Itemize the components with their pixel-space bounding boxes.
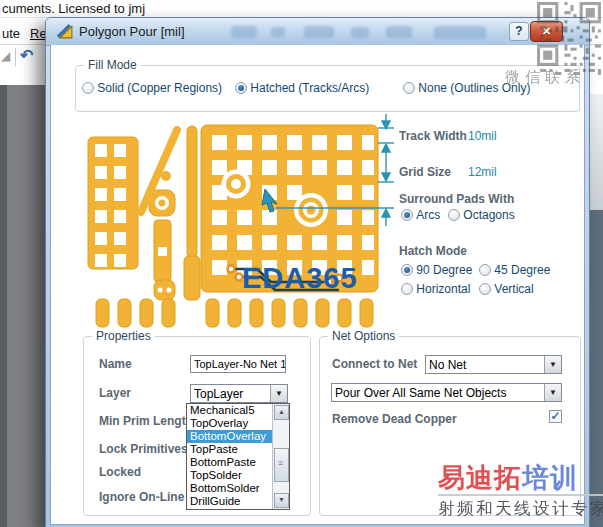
fill-mode-radio-solid[interactable]: Solid (Copper Regions)	[82, 80, 222, 95]
titlebar-ghost	[351, 27, 369, 38]
dialog-title: Polygon Pour [mil]	[79, 24, 185, 39]
connect-to-net-combobox[interactable]: No Net ▼	[425, 355, 562, 374]
radio-label: 45 Degree	[494, 263, 550, 277]
hatch-radio-45[interactable]: 45 Degree	[479, 262, 550, 277]
layer-combobox[interactable]: TopLayer ▼	[190, 384, 288, 403]
radio-icon[interactable]	[401, 264, 413, 276]
fill-mode-radio-none[interactable]: None (Outlines Only)	[403, 80, 530, 95]
properties-legend: Properties	[92, 329, 155, 343]
ignore-online-violations-label: Ignore On-Line V	[99, 490, 196, 504]
hatch-radio-vertical[interactable]: Vertical	[479, 281, 534, 296]
radio-label: Vertical	[494, 282, 533, 296]
fill-mode-legend: Fill Mode	[84, 58, 141, 72]
radio-label: Horizontal	[416, 282, 470, 296]
close-button[interactable]: ✕	[530, 21, 563, 42]
chevron-down-icon[interactable]: ▼	[270, 385, 287, 402]
hatch-radio-horizontal[interactable]: Horizontal	[401, 281, 470, 296]
pour-over-combobox[interactable]: Pour Over All Same Net Objects ▼	[331, 383, 562, 402]
locked-label: Locked	[99, 465, 141, 479]
undo-icon[interactable]: ↶	[20, 46, 33, 65]
fill-mode-group: Fill Mode Solid (Copper Regions) Hatched…	[75, 65, 580, 112]
titlebar-ghost	[434, 26, 486, 39]
surround-radio-arcs[interactable]: Arcs	[401, 207, 440, 222]
surround-radio-octagons[interactable]: Octagons	[448, 207, 515, 222]
hatch-mode-legend: Hatch Mode	[399, 244, 467, 258]
radio-icon[interactable]	[479, 283, 491, 295]
dialog-client-area: Fill Mode Solid (Copper Regions) Hatched…	[50, 45, 585, 525]
lock-primitives-label: Lock Primitives	[99, 442, 188, 456]
radio-icon[interactable]	[448, 209, 460, 221]
menu-item-route[interactable]: ute	[2, 26, 20, 41]
layer-label: Layer	[99, 386, 131, 400]
track-width-value: 10mil	[468, 129, 497, 143]
radio-label: Hatched (Tracks/Arcs)	[250, 81, 369, 95]
min-prim-length-label: Min Prim Length	[99, 414, 193, 428]
titlebar-ghost	[304, 26, 334, 38]
grid-size-value: 12mil	[468, 165, 497, 179]
name-label: Name	[99, 357, 132, 371]
chevron-down-icon[interactable]: ▼	[544, 356, 561, 373]
connect-to-net-value: No Net	[429, 358, 466, 372]
pcb-editor-edge	[0, 85, 7, 527]
fill-mode-radio-hatched[interactable]: Hatched (Tracks/Arcs)	[235, 80, 369, 95]
radio-label: Solid (Copper Regions)	[97, 81, 222, 95]
help-button[interactable]: ?	[509, 22, 529, 41]
polygon-pour-icon	[57, 23, 74, 40]
radio-label: None (Outlines Only)	[418, 81, 530, 95]
net-options-legend: Net Options	[328, 329, 399, 343]
radio-icon[interactable]	[235, 82, 247, 94]
dialog-titlebar[interactable]: Polygon Pour [mil] ? ✕	[46, 18, 589, 46]
titlebar-ghost	[386, 26, 412, 38]
radio-icon[interactable]	[479, 264, 491, 276]
radio-label: Octagons	[463, 208, 514, 222]
radio-icon[interactable]	[401, 209, 413, 221]
radio-label: Arcs	[416, 208, 440, 222]
polygon-pour-dialog: Polygon Pour [mil] ? ✕ Fill Mode Solid (…	[45, 17, 590, 527]
hatch-preview-image: EDA365	[81, 112, 396, 329]
net-options-group: Net Options Connect to Net No Net ▼ Pour…	[319, 336, 581, 516]
remove-dead-copper-checkbox[interactable]	[549, 410, 562, 423]
scroll-up-icon[interactable]: ▲	[274, 405, 289, 420]
screen: cuments. Licensed to jmj ute Re ◢ ↶ Poly…	[0, 0, 603, 527]
name-input[interactable]: TopLayer-No Net 1	[190, 355, 286, 373]
layer-dropdown-list: Mechanical5 TopOverlay BottomOverlay Top…	[186, 403, 290, 510]
toolbar-divider	[15, 48, 16, 66]
hatch-radio-90[interactable]: 90 Degree	[401, 262, 472, 277]
track-width-label: Track Width	[399, 129, 467, 143]
scrollbar-thumb[interactable]	[274, 448, 289, 482]
grid-size-label: Grid Size	[399, 165, 451, 179]
remove-dead-copper-label: Remove Dead Copper	[332, 412, 457, 426]
radio-icon[interactable]	[82, 82, 94, 94]
background-panel-strip	[589, 94, 603, 210]
dropdown-scrollbar[interactable]: ▲ ▼	[272, 404, 289, 509]
toolbar-partial-icon[interactable]: ◢	[1, 49, 10, 63]
titlebar-ghost	[231, 26, 257, 38]
radio-icon[interactable]	[401, 283, 413, 295]
license-status-text: cuments. Licensed to jmj	[2, 1, 145, 16]
background-panel-strip-dark	[589, 210, 603, 527]
chevron-down-icon[interactable]: ▼	[544, 384, 561, 401]
layer-combobox-value: TopLayer	[194, 387, 243, 401]
connect-to-net-label: Connect to Net	[332, 357, 417, 371]
properties-group: Properties Name TopLayer-No Net 1 Layer …	[83, 336, 311, 516]
eda365-watermark: EDA365	[242, 262, 358, 294]
radio-icon[interactable]	[403, 82, 415, 94]
titlebar-ghost	[271, 27, 285, 37]
radio-label: 90 Degree	[416, 263, 472, 277]
surround-pads-legend: Surround Pads With	[399, 192, 514, 206]
pour-over-value: Pour Over All Same Net Objects	[335, 386, 506, 400]
scroll-down-icon[interactable]: ▼	[274, 493, 289, 508]
